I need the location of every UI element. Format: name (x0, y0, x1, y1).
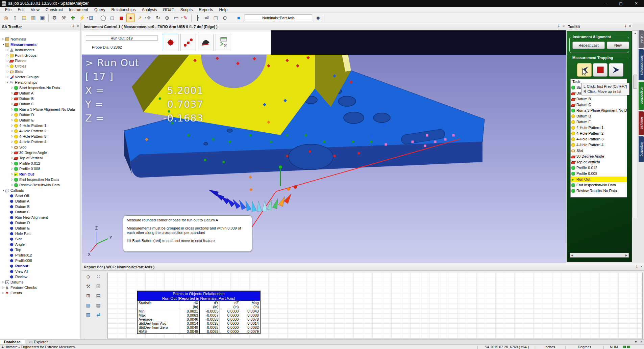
expander-icon[interactable]: ▾ (1, 42, 5, 47)
tree-item-top-of-vertical[interactable]: ▷Top of Vertical (0, 155, 80, 161)
task-datum-d[interactable]: Datum D (571, 113, 627, 119)
point-name-field[interactable] (86, 35, 157, 41)
expander-icon[interactable]: ▷ (10, 128, 14, 134)
task-4-hole-pattern-1[interactable]: 4-Hole Pattern 1 (571, 125, 627, 131)
tree-item-top[interactable]: Top (0, 247, 80, 252)
tree-item-datum-d[interactable]: ▷Datum D (0, 112, 80, 117)
expander-icon[interactable]: ▷ (1, 290, 5, 296)
tree-item-start-inspection-no-data[interactable]: ▷Start Inspection-No Data (0, 85, 80, 90)
sphere-wireframe-button[interactable]: ◯ (99, 14, 107, 22)
enter-key-button[interactable]: ⏎ (202, 14, 211, 22)
task-profile-0-008[interactable]: Profile 0.008 (571, 171, 627, 177)
3d-viewport[interactable]: ZYX > Run Out [ 17 ] X =5.2001Y =0.7037Z… (82, 55, 566, 263)
task-datum-c[interactable]: Datum C (571, 102, 627, 108)
tree-item-datum-a[interactable]: ▷Datum A (0, 90, 80, 96)
tree-item-nominals[interactable]: ▷Nominals (0, 36, 80, 42)
tree-item-profile-0-012[interactable]: ▷Profile 0.012 (0, 161, 80, 166)
menu-file[interactable]: File (2, 7, 15, 12)
tree-item-run-a-3-plane-alignment-no-data[interactable]: ▷Run a 3 Plane Alignment-No Data (0, 107, 80, 112)
tree-item-instruments[interactable]: ▷Instruments (0, 47, 80, 53)
probe-tool-button[interactable] (198, 34, 214, 51)
expander-icon[interactable]: ▷ (10, 85, 14, 90)
menu-construct[interactable]: Construct (43, 7, 66, 12)
scroll-left-icon[interactable]: ◀ (571, 254, 573, 257)
close-button[interactable]: ✕ (628, 0, 644, 7)
task-review-results-no-data[interactable]: Review Results-No Data (571, 188, 627, 194)
tree-item-hole-patt[interactable]: Hole Patt (0, 231, 80, 236)
fit-table-button[interactable]: ⊞ (84, 292, 93, 300)
expander-icon[interactable]: ▷ (10, 171, 14, 177)
tree-item-datum-b[interactable]: ▷Datum B (0, 96, 80, 101)
expander-icon[interactable]: ▷ (10, 112, 14, 117)
tree-item-datum-e[interactable]: Datum E (0, 225, 80, 231)
camera-button[interactable]: ⊙ (221, 14, 229, 22)
pin-icon[interactable]: ↧ (557, 24, 560, 28)
tab-explorer[interactable]: ▭ Explorer (25, 340, 52, 344)
expander-icon[interactable]: ▷ (10, 117, 14, 123)
tree-item-feature-checks[interactable]: ▷Feature Checks (0, 285, 80, 290)
chevron-down-icon[interactable]: ▼ (635, 340, 638, 344)
menu-analysis[interactable]: Analysis (139, 7, 160, 12)
selection-box-button[interactable]: ▢ (212, 14, 220, 22)
tree-item-datum-b[interactable]: Datum B (0, 204, 80, 209)
tab-database[interactable]: Database (0, 340, 25, 344)
tree-item-profile008[interactable]: Profile008 (0, 258, 80, 263)
pan-view-button[interactable]: ⊕ (163, 14, 171, 22)
wcf-combo[interactable]: Nominals::Part Axis (245, 14, 312, 21)
tree-item-4-hole-pattern-3[interactable]: ▷4-Hole Pattern 3 (0, 134, 80, 139)
scroll-up-icon[interactable]: ▲ (633, 31, 638, 36)
settings-gear-button[interactable]: ⚙ (50, 14, 59, 22)
minimize-button[interactable]: — (597, 0, 613, 7)
pin-icon[interactable]: ↧ (624, 24, 627, 28)
tree-item-4-hole-pattern-2[interactable]: ▷4-Hole Pattern 2 (0, 128, 80, 134)
tree-item-datum-c[interactable]: ▷Datum C (0, 101, 80, 107)
expander-icon[interactable]: ▷ (10, 182, 14, 188)
expander-icon[interactable]: ▷ (6, 47, 10, 53)
pin-icon[interactable]: ↧ (635, 264, 638, 269)
trap-forward-button[interactable] (609, 63, 623, 77)
menu-view[interactable]: View (28, 7, 43, 12)
color-palette-button[interactable]: ❖ (145, 14, 153, 22)
expander-icon[interactable]: ▷ (10, 144, 14, 150)
tree-item-profile012[interactable]: Profile012 (0, 252, 80, 258)
task-30-degree-angle[interactable]: 30 Degree Angle (571, 154, 627, 159)
task-run-out[interactable]: Run Out (571, 177, 627, 182)
report-multi-button[interactable]: ▥ (84, 301, 93, 309)
translate-part-button[interactable]: ↗▾ (135, 14, 144, 22)
blue-square-button[interactable]: ■ (234, 14, 243, 22)
expander-icon[interactable]: ▷ (10, 101, 14, 107)
expander-icon[interactable]: ▷ (6, 69, 10, 74)
expander-icon[interactable]: ▷ (1, 285, 5, 290)
pin-icon[interactable]: ↧ (72, 24, 75, 28)
report-stack-button[interactable]: ▥ (84, 311, 93, 319)
task-datum-b[interactable]: Datum B (571, 96, 627, 102)
tree-item-datums[interactable]: ▷Datums (0, 279, 80, 285)
tree-item-profile-0-008[interactable]: ▷Profile 0.008 (0, 166, 80, 171)
close-icon[interactable]: × (641, 264, 643, 269)
new-file-button[interactable]: ▯ (11, 14, 19, 22)
tree-item-point-groups[interactable]: ▷Point Groups (0, 53, 80, 58)
tree-item-planes[interactable]: ▷Planes (0, 58, 80, 63)
tree-item-angle[interactable]: Angle (0, 242, 80, 247)
measure-scan-button[interactable] (180, 34, 196, 51)
wrench-button[interactable]: ⚒ (59, 14, 68, 22)
menu-query[interactable]: Query (91, 7, 108, 12)
expander-icon[interactable]: ▷ (10, 166, 14, 171)
expander-icon[interactable]: ▷ (6, 58, 10, 63)
run-script-button[interactable]: ⚡▾ (78, 14, 86, 22)
task-datum-e[interactable]: Datum E (571, 119, 627, 125)
task-top-of-vertical[interactable]: Top of Vertical (571, 159, 627, 165)
tree-item-start-off[interactable]: Start Off (0, 193, 80, 198)
snapshot-camera-button[interactable]: ⊙ (84, 273, 93, 281)
scrollbar-thumb[interactable] (633, 75, 637, 89)
expander-icon[interactable]: ▷ (10, 177, 14, 182)
tree-small-button[interactable]: ┣ (193, 14, 202, 22)
cube-solid-button[interactable]: ◼ (117, 14, 126, 22)
help-ring-button[interactable]: ◎ (2, 14, 10, 22)
tree-item-callouts[interactable]: ▾Callouts (0, 188, 80, 193)
display-settings-button[interactable]: ▭▾ (172, 14, 180, 22)
expander-icon[interactable]: ▾ (1, 188, 5, 193)
task-4-hole-pattern-3[interactable]: 4-Hole Pattern 3 (571, 136, 627, 142)
checklist-button[interactable]: ☑ (94, 282, 103, 290)
tree-item-events[interactable]: ▷Events (0, 290, 80, 296)
